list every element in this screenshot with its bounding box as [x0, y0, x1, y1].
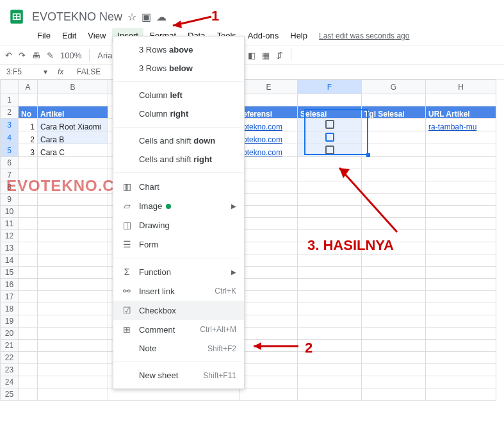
cell[interactable]	[240, 315, 298, 328]
cell[interactable]: Tgl Selesai	[362, 106, 426, 119]
menuitem-rows-above[interactable]: 3 Rows above	[113, 40, 244, 59]
cell[interactable]	[38, 364, 108, 376]
cell[interactable]	[362, 144, 426, 157]
row-header[interactable]: 3	[1, 119, 19, 131]
cell[interactable]	[298, 206, 362, 218]
cell[interactable]	[19, 230, 38, 242]
cell[interactable]	[38, 388, 108, 401]
cell[interactable]	[426, 303, 496, 315]
cell[interactable]	[298, 315, 362, 328]
cell[interactable]	[298, 291, 362, 303]
menuitem-column-right[interactable]: Column right	[113, 104, 244, 123]
cell[interactable]	[298, 376, 362, 388]
cell[interactable]	[19, 267, 38, 279]
cell[interactable]	[426, 376, 496, 388]
cell[interactable]	[362, 376, 426, 388]
menu-help[interactable]: Help	[285, 28, 313, 43]
cell[interactable]	[298, 303, 362, 315]
cell[interactable]	[240, 194, 298, 206]
cell[interactable]	[298, 267, 362, 279]
cell-checkbox[interactable]	[298, 119, 362, 131]
col-header-b[interactable]: B	[38, 80, 108, 94]
cell[interactable]	[426, 230, 496, 242]
cell[interactable]	[298, 352, 362, 364]
cell[interactable]	[426, 364, 496, 376]
cell[interactable]	[19, 388, 38, 401]
cell[interactable]	[362, 119, 426, 131]
cell[interactable]	[362, 303, 426, 315]
cell[interactable]	[240, 242, 298, 254]
cell[interactable]	[240, 376, 298, 388]
cell[interactable]	[362, 315, 426, 328]
cell[interactable]	[108, 388, 240, 401]
cell[interactable]	[19, 206, 38, 218]
cell[interactable]: Cara B	[38, 131, 108, 144]
cell[interactable]	[426, 144, 496, 157]
cell[interactable]: eferensi	[240, 106, 298, 119]
cell[interactable]	[240, 328, 298, 340]
cell[interactable]	[298, 157, 362, 169]
row-header[interactable]: 14	[1, 254, 19, 267]
cell[interactable]	[298, 388, 362, 401]
cell[interactable]	[362, 181, 426, 194]
col-header-h[interactable]: H	[426, 80, 496, 94]
cell[interactable]	[19, 364, 38, 376]
cell[interactable]	[19, 328, 38, 340]
cell[interactable]	[426, 94, 496, 106]
cell[interactable]	[38, 352, 108, 364]
cell[interactable]	[240, 303, 298, 315]
cell[interactable]	[426, 131, 496, 144]
row-header[interactable]: 22	[1, 352, 19, 364]
cell[interactable]	[362, 388, 426, 401]
menuitem-rows-below[interactable]: 3 Rows below	[113, 59, 244, 78]
redo-icon[interactable]: ↷	[19, 51, 26, 60]
cell[interactable]	[240, 388, 298, 401]
star-icon[interactable]: ☆	[127, 11, 136, 23]
cell[interactable]	[298, 279, 362, 291]
cell[interactable]	[426, 279, 496, 291]
menuitem-note[interactable]: NoteShift+F2	[113, 339, 244, 358]
row-header[interactable]: 23	[1, 364, 19, 376]
menuitem-new-sheet[interactable]: New sheetShift+F11	[113, 366, 244, 385]
cell[interactable]	[38, 230, 108, 242]
cell[interactable]	[426, 315, 496, 328]
menuitem-checkbox[interactable]: ☑Checkbox	[113, 301, 244, 320]
cell[interactable]	[298, 328, 362, 340]
cell[interactable]	[19, 376, 38, 388]
cell[interactable]	[298, 242, 362, 254]
cell[interactable]	[298, 94, 362, 106]
cell[interactable]	[426, 206, 496, 218]
menuitem-cells-right[interactable]: Cells and shift right	[113, 150, 244, 169]
menuitem-chart[interactable]: ▥Chart	[113, 177, 244, 196]
cell[interactable]	[426, 194, 496, 206]
cell[interactable]	[426, 388, 496, 401]
cell-checkbox[interactable]	[298, 144, 362, 157]
select-all-corner[interactable]	[1, 80, 19, 94]
cell[interactable]: otekno.com	[240, 119, 298, 131]
cell[interactable]: Artikel	[38, 106, 108, 119]
row-header[interactable]: 16	[1, 279, 19, 291]
menuitem-insert-link[interactable]: ⚯Insert linkCtrl+K	[113, 281, 244, 301]
cell[interactable]	[240, 218, 298, 230]
formula-input[interactable]: FALSE	[77, 67, 101, 76]
document-title[interactable]: EVOTEKNO New	[32, 10, 122, 24]
menu-addons[interactable]: Add-ons	[243, 28, 284, 43]
cell[interactable]	[298, 194, 362, 206]
print-icon[interactable]: 🖶	[32, 51, 40, 60]
cell[interactable]	[298, 254, 362, 267]
row-header[interactable]: 12	[1, 230, 19, 242]
row-header[interactable]: 4	[1, 131, 19, 144]
cell[interactable]	[426, 169, 496, 181]
cell[interactable]	[362, 352, 426, 364]
cell[interactable]: No	[19, 106, 38, 119]
row-header[interactable]: 25	[1, 388, 19, 401]
fill-color-icon[interactable]: ◧	[248, 51, 256, 60]
cell[interactable]	[426, 340, 496, 352]
row-header[interactable]: 20	[1, 328, 19, 340]
spreadsheet[interactable]: A B E F G H 12No Artikel eferensi Selesa…	[0, 79, 504, 401]
row-header[interactable]: 18	[1, 303, 19, 315]
cell[interactable]	[240, 291, 298, 303]
cell[interactable]	[19, 194, 38, 206]
cell[interactable]	[19, 254, 38, 267]
cell[interactable]	[19, 279, 38, 291]
